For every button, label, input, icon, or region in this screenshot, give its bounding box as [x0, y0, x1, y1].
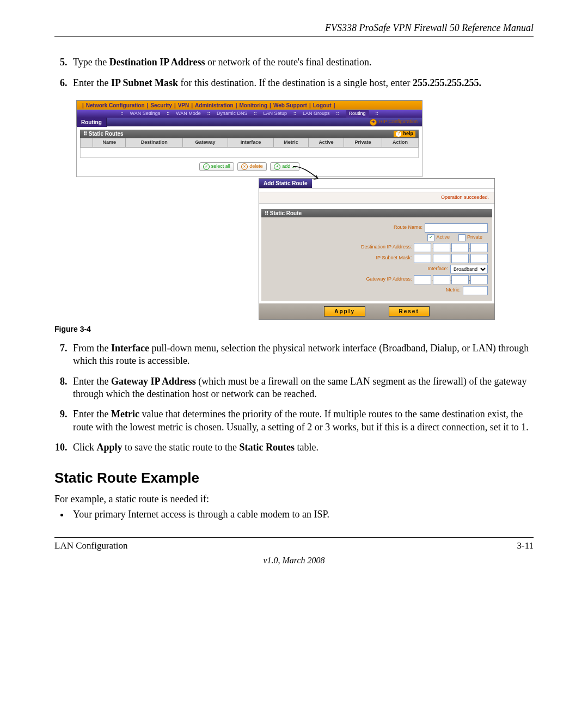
interface-label: Interface:: [427, 266, 448, 272]
figure-caption: Figure 3-4: [54, 324, 534, 334]
col-gateway: Gateway: [183, 138, 228, 148]
step-7: From the Interface pull-down menu, selec…: [70, 342, 534, 368]
footer-version: v1.0, March 2008: [54, 555, 534, 567]
steps-list: Type the Destination IP Address or netwo…: [54, 56, 534, 89]
subnet-3[interactable]: [451, 254, 469, 263]
subnet-2[interactable]: [433, 254, 450, 263]
col-active: Active: [308, 138, 344, 148]
gw-2[interactable]: [433, 275, 450, 284]
active-label: Active: [436, 234, 450, 241]
step-8: Enter the Gateway IP Address (which must…: [70, 375, 534, 401]
nav-vpn[interactable]: VPN: [178, 102, 189, 109]
sub-dns[interactable]: Dynamic DNS: [217, 111, 248, 117]
private-label: Private: [467, 234, 482, 241]
destip-1[interactable]: [414, 243, 431, 252]
destip-2[interactable]: [433, 243, 450, 252]
subnet-4[interactable]: [470, 254, 488, 263]
step-10: Click Apply to save the static route to …: [70, 441, 534, 454]
bullet-1: Your primary Internet access is through …: [70, 508, 534, 521]
footer-right: 3-11: [517, 540, 534, 552]
sub-wanmode[interactable]: WAN Mode: [176, 111, 201, 117]
gw-4[interactable]: [470, 275, 488, 284]
nav-logout[interactable]: Logout: [313, 102, 332, 109]
selectall-button[interactable]: ✓select all: [199, 162, 234, 171]
step-5: Type the Destination IP Address or netwo…: [70, 56, 534, 69]
nav-security[interactable]: Security: [150, 102, 171, 109]
sub-routing[interactable]: Routing: [346, 110, 369, 118]
bullet-list: Your primary Internet access is through …: [54, 508, 534, 521]
doc-header: FVS338 ProSafe VPN Firewall 50 Reference…: [54, 22, 534, 37]
tab-row: Routing ➜ RIP Configuration: [76, 118, 422, 126]
routes-table: Name Destination Gateway Interface Metri…: [80, 138, 419, 158]
col-private: Private: [344, 138, 382, 148]
interface-select[interactable]: Broadband: [450, 265, 488, 273]
reset-button[interactable]: Reset: [389, 306, 430, 317]
active-checkbox[interactable]: ✓: [427, 234, 434, 241]
static-routes-header: ⠿ Static Routes ?help: [80, 130, 419, 138]
status-message: Operation succeeded.: [259, 192, 494, 204]
subnet-label: IP Subnet Mask:: [376, 255, 412, 261]
nav-admin[interactable]: Administration: [195, 102, 234, 109]
sub-langroups[interactable]: LAN Groups: [303, 111, 330, 117]
sub-wansettings[interactable]: WAN Settings: [130, 111, 160, 117]
add-route-popup: Add Static Route Operation succeeded. ⠿ …: [259, 178, 495, 320]
page-footer: LAN Configuration 3-11: [54, 537, 534, 552]
help-icon: ?: [396, 131, 401, 137]
plus-icon: +: [274, 163, 280, 170]
gateway-label: Gateway IP Address:: [366, 276, 412, 283]
col-interface: Interface: [228, 138, 274, 148]
col-dest: Destination: [126, 138, 183, 148]
route-name-input[interactable]: [425, 223, 488, 233]
col-name: Name: [93, 138, 126, 148]
step-9: Enter the Metric value that determines t…: [70, 408, 534, 434]
x-icon: ✕: [241, 163, 248, 170]
step-6: Enter the IP Subnet Mask for this destin…: [70, 77, 534, 89]
footer-left: LAN Configuration: [54, 540, 128, 552]
delete-button[interactable]: ✕delete: [237, 162, 267, 171]
subnet-1[interactable]: [414, 254, 431, 263]
check-icon: ✓: [203, 163, 210, 170]
metric-label: Metric:: [446, 287, 461, 294]
destip-4[interactable]: [470, 243, 488, 252]
main-nav: | Network Configuration| Security| VPN| …: [76, 100, 422, 110]
nav-support[interactable]: Web Support: [273, 102, 307, 109]
apply-button[interactable]: Apply: [324, 306, 365, 317]
steps-list-2: From the Interface pull-down menu, selec…: [54, 342, 534, 454]
gw-3[interactable]: [451, 275, 469, 284]
destip-3[interactable]: [451, 243, 469, 252]
popup-section-header: ⠿ Static Route: [261, 209, 492, 217]
sub-lansetup[interactable]: LAN Setup: [263, 111, 287, 117]
rip-link[interactable]: ➜ RIP Configuration: [370, 119, 422, 126]
route-name-label: Route Name:: [394, 224, 422, 231]
figure-screenshot: | Network Configuration| Security| VPN| …: [76, 100, 534, 319]
routing-tab[interactable]: Routing: [77, 118, 107, 127]
paragraph: For example, a static route is needed if…: [54, 493, 534, 506]
sub-nav: ::WAN Settings ::WAN Mode ::Dynamic DNS …: [76, 110, 422, 118]
col-action: Action: [382, 138, 419, 148]
private-checkbox[interactable]: [458, 234, 465, 241]
arrow-icon: ➜: [370, 119, 377, 126]
callout-arrow: [292, 166, 322, 182]
col-metric: Metric: [273, 138, 308, 148]
destip-label: Destination IP Address:: [361, 244, 412, 251]
gw-1[interactable]: [414, 275, 431, 284]
nav-monitor[interactable]: Monitoring: [239, 102, 267, 109]
nav-network[interactable]: Network Configuration: [86, 102, 145, 109]
metric-input[interactable]: [463, 286, 488, 295]
section-heading: Static Route Example: [54, 469, 534, 488]
help-button[interactable]: ?help: [394, 131, 415, 137]
